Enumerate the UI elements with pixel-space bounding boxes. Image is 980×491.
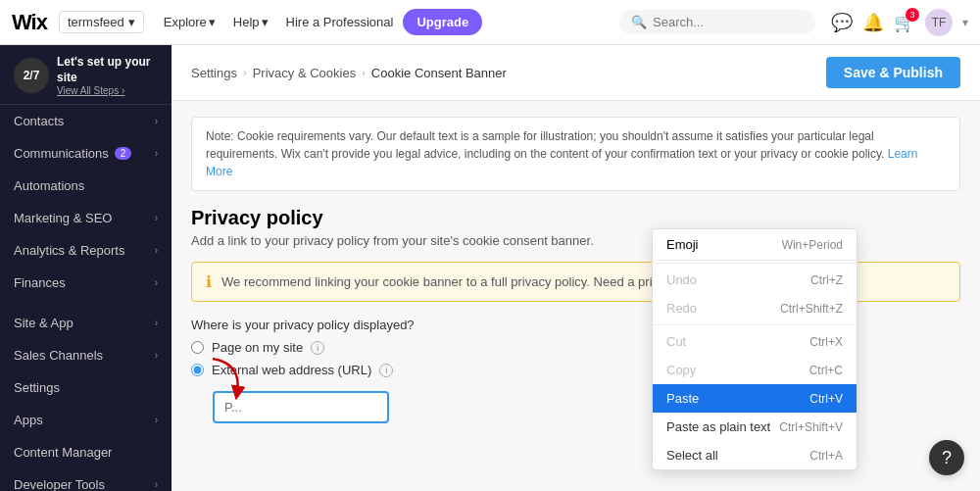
radio-page-input[interactable] [191,341,204,354]
ctx-emoji-item[interactable]: Emoji Win+Period [653,229,857,261]
sidebar-item-label: Contacts [14,114,64,128]
communications-badge: 2 [115,147,132,160]
ctx-paste-plain-label: Paste as plain text [666,419,770,434]
privacy-section-title: Privacy policy [191,207,960,229]
sidebar-chevron: › [155,318,158,328]
ctx-emoji-label: Emoji [666,237,699,252]
site-selector-chevron: ▾ [128,15,135,29]
sidebar-item-communications[interactable]: Communications 2 › [0,137,172,170]
site-name: termsfeed [68,15,124,29]
sidebar-item-label: Marketing & SEO [14,211,112,225]
note-box: Note: Cookie requirements vary. Our defa… [191,117,960,191]
breadcrumb-sep-1: › [243,67,247,78]
sidebar-chevron: › [155,213,158,223]
red-arrow-indicator [203,354,252,406]
ctx-divider-2 [653,324,857,325]
sidebar-item-apps[interactable]: Apps › [0,404,172,436]
sidebar: 2/7 Let's set up your site View All Step… [0,45,172,491]
ctx-redo-item[interactable]: Redo Ctrl+Shift+Z [653,294,857,322]
ctx-select-all-label: Select all [666,448,718,463]
sidebar-item-label: Settings [14,380,60,395]
breadcrumb-current: Cookie Consent Banner [371,66,507,80]
sidebar-chevron: › [155,116,158,126]
setup-view-all[interactable]: View All Steps › [57,85,158,96]
ctx-copy-shortcut: Ctrl+C [809,364,843,377]
ctx-copy-item[interactable]: Copy Ctrl+C [653,356,857,384]
info-circle-url-icon[interactable]: i [379,364,393,377]
sidebar-chevron: › [155,415,158,425]
sidebar-item-label: Developer Tools [14,477,105,491]
info-icon: ℹ [206,272,212,291]
cart-icon[interactable]: 🛒 3 [894,12,915,33]
breadcrumb-privacy[interactable]: Privacy & Cookies [253,66,356,80]
sidebar-item-label: Content Manager [14,445,112,460]
sidebar-item-label: Finances [14,275,66,290]
help-bubble[interactable]: ? [929,440,964,475]
info-banner-text: We recommend linking your cookie banner … [221,274,721,289]
sidebar-item-contacts[interactable]: Contacts › [0,105,172,137]
sidebar-item-label: Site & App [14,316,74,330]
save-publish-button[interactable]: Save & Publish [826,57,960,88]
navbar-expand-icon[interactable]: ▾ [962,16,968,29]
sidebar-item-sales[interactable]: Sales Channels › [0,339,172,371]
main-layout: 2/7 Let's set up your site View All Step… [0,45,980,491]
sidebar-item-label: Communications [14,146,109,161]
wix-logo: Wix [12,10,47,35]
content-area: Settings › Privacy & Cookies › Cookie Co… [172,45,980,491]
breadcrumb-sep-2: › [362,67,366,78]
setup-circle: 2/7 [14,58,49,93]
ctx-paste-item[interactable]: Paste Ctrl+V [653,384,857,413]
search-input[interactable] [653,15,790,29]
site-selector[interactable]: termsfeed ▾ [59,11,144,33]
breadcrumb-bar: Settings › Privacy & Cookies › Cookie Co… [172,45,980,101]
ctx-paste-plain-shortcut: Ctrl+Shift+V [779,420,843,434]
breadcrumb: Settings › Privacy & Cookies › Cookie Co… [191,66,507,80]
note-text: Note: Cookie requirements vary. Our defa… [206,129,884,161]
setup-progress[interactable]: 2/7 Let's set up your site View All Step… [0,45,172,105]
nav-hire[interactable]: Hire a Professional [278,10,402,34]
nav-explore[interactable]: Explore ▾ [156,10,223,34]
ctx-copy-label: Copy [666,363,696,377]
page-content: Note: Cookie requirements vary. Our defa… [172,101,980,491]
avatar[interactable]: TF [925,9,953,36]
sidebar-item-marketing[interactable]: Marketing & SEO › [0,202,172,234]
sidebar-item-label: Sales Channels [14,348,103,363]
breadcrumb-settings[interactable]: Settings [191,66,237,80]
ctx-select-all-item[interactable]: Select all Ctrl+A [653,441,857,469]
ctx-select-all-shortcut: Ctrl+A [809,449,843,463]
nav-help[interactable]: Help ▾ [225,10,276,34]
ctx-cut-shortcut: Ctrl+X [809,335,843,349]
sidebar-chevron: › [155,148,158,159]
ctx-undo-label: Undo [666,272,697,287]
sidebar-item-label: Automations [14,178,84,193]
ctx-undo-shortcut: Ctrl+Z [810,273,843,287]
info-circle-icon[interactable]: i [311,341,324,355]
upgrade-button[interactable]: Upgrade [403,9,482,35]
cart-badge: 3 [906,8,919,22]
ctx-undo-item[interactable]: Undo Ctrl+Z [653,266,857,294]
sidebar-item-developer-tools[interactable]: Developer Tools › [0,468,172,491]
sidebar-item-finances[interactable]: Finances › [0,267,172,299]
nav-links: Explore ▾ Help ▾ Hire a Professional Upg… [156,9,482,35]
ctx-emoji-shortcut: Win+Period [782,238,843,252]
ctx-redo-label: Redo [666,301,697,316]
ctx-cut-item[interactable]: Cut Ctrl+X [653,327,857,356]
sidebar-item-content-manager[interactable]: Content Manager [0,436,172,468]
sidebar-item-analytics[interactable]: Analytics & Reports › [0,234,172,267]
ctx-redo-shortcut: Ctrl+Shift+Z [780,302,843,316]
messages-icon[interactable]: 💬 [831,12,853,33]
sidebar-item-site-app[interactable]: Site & App › [0,307,172,339]
ctx-divider-1 [653,263,857,264]
search-icon: 🔍 [631,15,647,29]
notifications-bell-icon[interactable]: 🔔 [862,12,884,33]
sidebar-item-label: Analytics & Reports [14,243,124,258]
ctx-paste-plain-item[interactable]: Paste as plain text Ctrl+Shift+V [653,413,857,441]
sidebar-item-automations[interactable]: Automations [0,170,172,202]
sidebar-chevron: › [155,479,158,490]
setup-title: Let's set up your site [57,55,158,85]
sidebar-item-settings[interactable]: Settings [0,371,172,404]
navbar-icons: 💬 🔔 🛒 3 TF ▾ [831,9,968,36]
sidebar-chevron: › [155,350,158,361]
search-bar[interactable]: 🔍 [619,10,815,34]
sidebar-item-label: Apps [14,413,43,427]
